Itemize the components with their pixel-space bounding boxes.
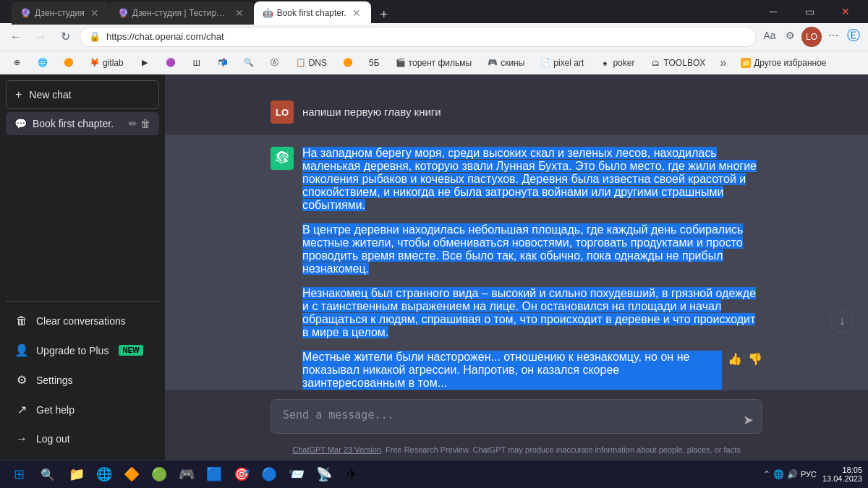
- taskbar-app-telegram[interactable]: ✈: [339, 461, 365, 487]
- lang-icon[interactable]: РУС: [801, 470, 817, 479]
- browser-tab-3[interactable]: 🤖 Book first chapter. ✕: [254, 1, 371, 25]
- address-bar: ← → ↻ 🔒 https://chat.openai.com/chat Aa …: [0, 23, 868, 51]
- bookmark-sh[interactable]: Ш: [186, 54, 208, 72]
- tab1-favicon: 🔮: [20, 8, 30, 18]
- bookmark-dns[interactable]: 📋DNS: [290, 54, 333, 72]
- paragraph-1: На западном берегу моря, среди высоких с…: [302, 147, 762, 212]
- taskbar-app-files[interactable]: 📁: [64, 461, 90, 487]
- taskbar-apps: 📁 🌐 🔶 🟢 🎮 🟦 🎯 🔵: [64, 461, 760, 487]
- app-layout: + New chat 💬 Book first chapter. ✏ 🗑 🗑 C…: [0, 74, 868, 460]
- app5-icon: 🎮: [179, 466, 195, 482]
- tab1-close[interactable]: ✕: [89, 6, 101, 20]
- browser-tab-1[interactable]: 🔮 Дзен-студия ✕: [12, 1, 109, 25]
- start-button[interactable]: ⊞: [6, 461, 32, 487]
- sidebar-chat-item[interactable]: 💬 Book first chapter. ✏ 🗑: [6, 112, 159, 135]
- assistant-avatar: [271, 147, 294, 170]
- edge-icon[interactable]: Ⓔ: [845, 27, 862, 44]
- reload-button[interactable]: ↻: [55, 27, 75, 47]
- network-icon[interactable]: 🌐: [773, 469, 784, 479]
- taskbar-app-6[interactable]: 🟦: [201, 461, 227, 487]
- get-help-button[interactable]: ↗ Get help: [6, 395, 159, 424]
- movies-icon: 🎬: [396, 58, 406, 68]
- volume-icon[interactable]: 🔊: [787, 469, 798, 479]
- new-tab-button[interactable]: +: [374, 4, 394, 25]
- bookmark-pixel[interactable]: 📄pixel art: [535, 54, 590, 72]
- bookmark-search[interactable]: 🔍: [238, 54, 260, 72]
- new-chat-button[interactable]: + New chat: [6, 80, 159, 109]
- taskbar-app-edge[interactable]: 🌐: [91, 461, 117, 487]
- browser-tab-2[interactable]: 🔮 Дзен-студия | Тестирую нейро... ✕: [109, 1, 254, 25]
- app4-icon: 🟢: [151, 466, 167, 482]
- email-icon: 📬: [218, 58, 228, 68]
- edit-chat-icon[interactable]: ✏: [129, 118, 137, 129]
- delete-chat-icon[interactable]: 🗑: [140, 118, 150, 129]
- paragraph-2: В центре деревни находилась небольшая пл…: [302, 223, 762, 275]
- bookmark-gitlab[interactable]: 🦊gitlab: [84, 54, 129, 72]
- footer-suffix: . Free Research Preview. ChatGPT may pro…: [381, 445, 741, 454]
- bookmark-poker[interactable]: ♠poker: [594, 54, 640, 72]
- translate-icon[interactable]: Aa: [761, 27, 778, 44]
- address-input[interactable]: 🔒 https://chat.openai.com/chat: [80, 27, 757, 47]
- a-icon: Ⓐ: [270, 58, 280, 68]
- send-button[interactable]: ➤: [743, 412, 754, 428]
- sidebar-spacer: [6, 137, 159, 301]
- tab3-title: Book first chapter.: [277, 8, 346, 18]
- bookmark-yt[interactable]: ▶: [134, 54, 156, 72]
- footer-link[interactable]: ChatGPT Mar 23 Version: [292, 445, 381, 454]
- paragraph-4-text: Местные жители были насторожен... отноше…: [302, 351, 722, 390]
- chat-area: LO напиши первую главу книги: [165, 74, 868, 390]
- bookmark-add[interactable]: ⊕: [6, 54, 27, 72]
- message-input[interactable]: [271, 399, 762, 434]
- tray-chevron-icon[interactable]: ⌃: [763, 469, 770, 479]
- settings-button[interactable]: ⚙ Settings: [6, 366, 159, 394]
- yt-icon: ▶: [140, 58, 150, 68]
- bookmark-movies[interactable]: 🎬торент фильмы: [390, 54, 478, 72]
- taskbar-app-7[interactable]: 🎯: [229, 461, 255, 487]
- taskbar-app-3[interactable]: 🔶: [119, 461, 145, 487]
- bookmark-skins[interactable]: 🎮скины: [482, 54, 530, 72]
- profile-icon[interactable]: LO: [801, 27, 822, 47]
- settings-icon[interactable]: ⚙: [781, 27, 799, 44]
- logout-button[interactable]: → Log out: [6, 425, 159, 453]
- bookmark-toolbox[interactable]: 🗂TOOLBOX: [644, 54, 711, 72]
- forward-button[interactable]: →: [30, 27, 51, 47]
- bookmark-3[interactable]: 🟠: [58, 54, 80, 72]
- globe-icon: 🌐: [38, 58, 48, 68]
- taskbar-app-4[interactable]: 🟢: [146, 461, 172, 487]
- thumbs-up-icon[interactable]: 👍: [728, 352, 742, 366]
- thumbs-down-icon[interactable]: 👎: [748, 352, 762, 366]
- new-chat-label: New chat: [29, 89, 71, 100]
- bookmark-globe[interactable]: 🌐: [32, 54, 54, 72]
- plus-icon: +: [15, 88, 22, 101]
- tab2-title: Дзен-студия | Тестирую нейро...: [132, 8, 229, 18]
- close-button[interactable]: ✕: [829, 0, 862, 23]
- footer: ChatGPT Mar 23 Version. Free Research Pr…: [165, 442, 868, 460]
- title-bar: 🔮 Дзен-студия ✕ 🔮 Дзен-студия | Тестирую…: [0, 0, 868, 23]
- upgrade-to-plus-button[interactable]: 👤 Upgrade to Plus NEW: [6, 336, 159, 364]
- user-message-row: LO напиши первую главу книги: [165, 89, 868, 135]
- taskbar-app-10[interactable]: 📡: [311, 461, 337, 487]
- tab3-close[interactable]: ✕: [351, 6, 362, 20]
- assistant-message-content: На западном берегу моря, среди высоких с…: [302, 147, 762, 390]
- bookmark-5b[interactable]: 5Б: [363, 54, 386, 72]
- taskbar-app-8[interactable]: 🔵: [256, 461, 282, 487]
- taskbar-app-5[interactable]: 🎮: [174, 461, 200, 487]
- sh-icon: Ш: [192, 58, 202, 68]
- maximize-button[interactable]: ▭: [793, 0, 826, 23]
- sidebar-bottom: 🗑 Clear conversations 👤 Upgrade to Plus …: [6, 301, 159, 454]
- bookmark-a[interactable]: Ⓐ: [264, 54, 286, 72]
- bookmark-s[interactable]: 🟣: [160, 54, 182, 72]
- add-icon: ⊕: [12, 58, 22, 68]
- address-text: https://chat.openai.com/chat: [106, 31, 224, 42]
- taskbar-app-9[interactable]: 📨: [284, 461, 310, 487]
- clear-conversations-button[interactable]: 🗑 Clear conversations: [6, 307, 159, 335]
- more-bookmarks-button[interactable]: »: [715, 55, 731, 71]
- minimize-button[interactable]: ─: [757, 0, 790, 23]
- extensions-icon[interactable]: ⋯: [825, 27, 842, 44]
- search-button[interactable]: 🔍: [35, 461, 61, 487]
- bookmark-orange[interactable]: 🟠: [337, 54, 359, 72]
- tab2-close[interactable]: ✕: [234, 6, 245, 20]
- bookmark-folder[interactable]: 📁Другое избранное: [735, 54, 832, 72]
- bookmark-email[interactable]: 📬: [212, 54, 234, 72]
- back-button[interactable]: ←: [6, 27, 26, 47]
